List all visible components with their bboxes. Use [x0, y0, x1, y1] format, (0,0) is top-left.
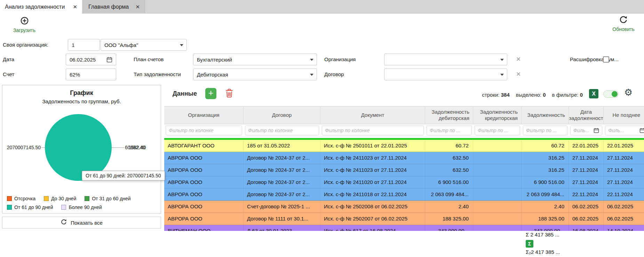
organization-label: Организация: [324, 54, 356, 65]
legend-item[interactable]: От 31 до 60 дней: [85, 196, 130, 201]
column-filter-input[interactable]: Фильтр по колонке: [245, 126, 319, 135]
clear-contract-icon[interactable]: ✕: [514, 69, 523, 80]
table-cell: 27.11.2024: [604, 164, 644, 176]
table-row[interactable]: АВРОРА ОООДоговор № 1111 от 30.1...Исх. …: [164, 213, 644, 225]
table-row[interactable]: АВРОРА ОООДоговор № 2024-37 от 2...Исх. …: [164, 176, 644, 188]
show-all-button[interactable]: Показать все: [2, 217, 161, 228]
table-row[interactable]: АВРОРА ОООСчет-договор № 2025-1 ...Исх. …: [164, 201, 644, 213]
contract-label: Договор: [324, 69, 344, 80]
column-filter-input[interactable]: Филь...: [605, 126, 644, 135]
close-icon[interactable]: ✕: [131, 4, 140, 10]
sigma-badge[interactable]: Σ: [526, 240, 533, 248]
chart-of-accounts-select[interactable]: Бухгалтерский: [193, 54, 317, 65]
table-cell: [473, 225, 522, 231]
column-header[interactable]: Документ: [320, 106, 425, 124]
table-cell: Д 63 от 30.01.2023: [244, 225, 320, 231]
pie-callout-right: 60882.40: [125, 145, 145, 150]
legend-row: От 61 до 90 днейБолее 90 дней: [7, 204, 102, 210]
column-filter-input[interactable]: Фильтр по колонке: [322, 126, 424, 135]
close-icon[interactable]: ✕: [69, 4, 77, 10]
calendar-icon[interactable]: [594, 128, 599, 133]
column-filter-input[interactable]: Фильтр по ...: [427, 126, 472, 135]
table-cell: ВИТНЕМАН ООО: [164, 225, 244, 231]
toggle-knob: [612, 91, 618, 97]
refresh-icon: [619, 15, 628, 26]
legend-label: От 61 до 90 дней: [14, 204, 53, 210]
calendar-icon[interactable]: [639, 128, 644, 133]
legend-row: ОтсрочкаДо 30 днейОт 31 до 60 дней: [7, 196, 131, 201]
filter-cell: Фильтр по колонке: [320, 124, 425, 137]
calendar-icon[interactable]: [106, 57, 112, 63]
gear-icon[interactable]: ⚙: [624, 87, 633, 98]
table-cell: [473, 188, 522, 200]
refresh-button[interactable]: Обновить: [607, 15, 639, 32]
load-button-label: Загрузить: [13, 27, 35, 33]
column-header[interactable]: Не позднее: [604, 106, 644, 124]
trash-icon: [225, 88, 233, 98]
clear-organization-icon[interactable]: ✕: [514, 54, 523, 65]
column-sum-total: Σ 2 417 385 ...: [526, 232, 559, 238]
table-row[interactable]: АВРОРА ОООДоговор № 2024-37 от 2...Исх. …: [164, 164, 644, 176]
column-filter-input[interactable]: Фильтр по ...: [475, 126, 520, 135]
table-cell: 27.11.2024: [569, 152, 604, 164]
table-cell: АВРОРА ООО: [164, 164, 244, 176]
date-input[interactable]: 06.02.2025: [66, 54, 116, 65]
table-cell: Исх. с-ф № 2411023 от 27.11.2024: [320, 152, 425, 164]
table-row[interactable]: АВРОРА ОООДоговор № 2024-37 от 2...Исх. …: [164, 188, 644, 201]
chart-title: График: [2, 89, 161, 97]
column-header[interactable]: Датазадолженност: [569, 106, 604, 124]
column-header[interactable]: Организация: [164, 106, 244, 124]
column-filter-input[interactable]: Фильтр по колонке: [166, 126, 242, 135]
legend-swatch-icon: [7, 205, 12, 210]
tab-main-form[interactable]: Главная форма ✕: [83, 0, 145, 14]
load-button[interactable]: Загрузить: [8, 16, 40, 33]
decode-sum-checkbox[interactable]: [603, 56, 609, 63]
table-cell: 27.11.2024: [604, 176, 644, 188]
delete-row-button[interactable]: [225, 88, 233, 99]
table-cell: АВТОГАРАНТ ООО: [164, 140, 244, 152]
table-cell: АВРОРА ООО: [164, 152, 244, 164]
chart-subtitle: Задолженность по группам, руб.: [2, 98, 161, 104]
column-header[interactable]: Задолженностьдебиторская: [425, 106, 473, 124]
legend-label: Более 90 дней: [69, 204, 102, 210]
table-row[interactable]: АВРОРА ОООДоговор № 2024-37 от 2...Исх. …: [164, 152, 644, 164]
table-cell: 632.50: [425, 152, 473, 164]
column-filter-input[interactable]: Филь...: [570, 126, 602, 135]
legend-item[interactable]: До 30 дней: [44, 196, 76, 201]
own-org-select[interactable]: ООО "Альфа": [101, 39, 187, 51]
table-cell: 06.02.2025: [604, 213, 644, 225]
export-excel-icon[interactable]: X: [589, 89, 598, 98]
own-org-code-input[interactable]: 1: [68, 39, 100, 51]
legend-item[interactable]: От 61 до 90 дней: [7, 204, 53, 210]
table-cell: 27.11.2024: [569, 176, 604, 188]
legend-label: От 31 до 60 дней: [92, 196, 130, 201]
legend-item[interactable]: Более 90 дней: [61, 204, 102, 210]
table-cell: [473, 152, 522, 164]
table-cell: 22.01.2025: [569, 140, 604, 152]
grid-stat: строки: 384: [482, 92, 509, 98]
contract-select[interactable]: [384, 69, 507, 80]
table-row[interactable]: ВИТНЕМАН ОООД 63 от 30.01.2023Исх. с-ф №…: [164, 225, 644, 231]
organization-select[interactable]: [384, 54, 507, 65]
table-cell: [473, 164, 522, 176]
color-mode-toggle[interactable]: [603, 90, 619, 98]
debt-type-select[interactable]: Дебиторская: [193, 69, 317, 80]
table-cell: [473, 213, 522, 225]
filter-cell: Фильтр по колонке: [244, 124, 320, 137]
add-row-button[interactable]: +: [205, 88, 216, 99]
debt-analysis-app: Анализ задолженности ✕ Главная форма ✕ З…: [0, 0, 644, 257]
table-cell: [473, 201, 522, 212]
column-header[interactable]: Договор: [244, 106, 320, 124]
table-cell: АВРОРА ООО: [164, 188, 244, 200]
account-input[interactable]: 62%: [66, 69, 116, 80]
column-header[interactable]: Задолженность: [522, 106, 569, 124]
pie-callout-line: [41, 147, 45, 148]
legend-item[interactable]: Отсрочка: [7, 196, 35, 201]
table-cell: 6 900 516.00: [522, 176, 569, 188]
table-cell: 2.40: [425, 201, 473, 212]
table-row[interactable]: АВТОГАРАНТ ООО185 от 31.05.2022Исх. с-ф …: [164, 140, 644, 152]
tab-debt-analysis[interactable]: Анализ задолженности ✕: [0, 0, 82, 14]
table-cell: 16.08.2024: [569, 225, 604, 231]
column-filter-input[interactable]: Фильтр по ...: [523, 126, 567, 135]
column-header[interactable]: Задолженностькредиторская: [473, 106, 522, 124]
